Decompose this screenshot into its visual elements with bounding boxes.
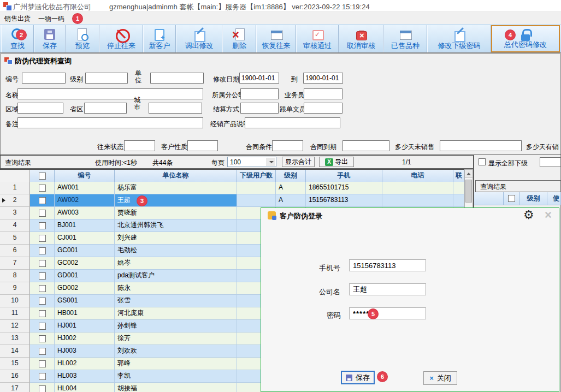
cell-check[interactable] xyxy=(30,332,55,345)
remark-input[interactable] xyxy=(17,117,203,128)
row-checkbox[interactable] xyxy=(39,185,46,192)
contact-status-input[interactable] xyxy=(124,140,155,151)
row-checkbox[interactable] xyxy=(39,235,46,242)
row-checkbox[interactable] xyxy=(39,360,46,367)
column-header-sub[interactable]: 下级用户数 xyxy=(237,170,276,182)
subpanel-col-level[interactable]: 级别 xyxy=(520,192,547,205)
settlement-input[interactable] xyxy=(240,103,279,114)
cell-check[interactable] xyxy=(30,370,55,383)
export-button[interactable]: 导出 xyxy=(319,157,354,167)
row-checkbox[interactable] xyxy=(39,373,46,380)
scrollbar-thumb[interactable] xyxy=(465,180,472,203)
cell-check[interactable] xyxy=(30,207,55,219)
row-checkbox[interactable] xyxy=(39,197,46,204)
modify-date-from-input[interactable] xyxy=(239,73,279,84)
level-input[interactable] xyxy=(85,73,128,84)
customer-type-input[interactable] xyxy=(187,140,218,151)
delete-button[interactable]: 删除 xyxy=(222,25,256,52)
city-input[interactable] xyxy=(149,103,202,114)
save-button[interactable]: 保存 xyxy=(341,371,375,384)
column-header-mobile[interactable]: 手机 xyxy=(306,170,382,182)
per-page-select[interactable]: 100 xyxy=(227,157,276,167)
show-total-button[interactable]: 显示合计 xyxy=(282,157,315,167)
sold-items-button[interactable]: 已售品种 xyxy=(383,25,427,52)
preview-button[interactable]: 预览 xyxy=(66,25,99,52)
password-input[interactable] xyxy=(349,307,426,319)
row-checkbox[interactable] xyxy=(39,222,46,229)
region-input[interactable] xyxy=(17,103,63,114)
row-checkbox[interactable] xyxy=(39,323,46,330)
cell-check[interactable] xyxy=(30,383,55,392)
phone-input[interactable] xyxy=(349,259,426,271)
stop-contact-button[interactable]: 停止往来 xyxy=(99,25,143,52)
column-header-ext[interactable]: 联 xyxy=(453,170,464,182)
row-checkbox[interactable] xyxy=(39,260,46,267)
modify-date-to-input[interactable] xyxy=(303,73,343,84)
subpanel-col-check[interactable] xyxy=(504,192,520,205)
gear-icon[interactable]: ⚙ xyxy=(523,208,534,222)
row-checkbox[interactable] xyxy=(39,210,46,217)
menu-item-one-item-one-code[interactable]: 一物一码 xyxy=(38,14,64,23)
close-button[interactable]: × 关闭 xyxy=(423,371,457,385)
cell-check[interactable] xyxy=(30,358,55,370)
column-header-name[interactable]: 单位名称 xyxy=(115,170,237,182)
scroll-up-icon[interactable] xyxy=(465,170,473,178)
row-checkbox[interactable] xyxy=(39,285,46,292)
cell-check[interactable] xyxy=(30,194,55,207)
cell-check[interactable] xyxy=(30,182,55,194)
show-all-sub-checkbox[interactable] xyxy=(479,158,486,165)
edit-record-button[interactable]: 调出修改 xyxy=(176,25,222,52)
column-header-level[interactable]: 级别 xyxy=(276,170,306,182)
restore-contact-button[interactable]: 恢复往来 xyxy=(256,25,296,52)
cell-check[interactable] xyxy=(30,345,55,358)
cell-check[interactable] xyxy=(30,270,55,282)
row-checkbox[interactable] xyxy=(39,335,46,342)
subpanel-select-all-checkbox[interactable] xyxy=(508,195,515,202)
show-all-sub-input[interactable] xyxy=(540,157,561,167)
order-clerk-input[interactable] xyxy=(304,103,342,114)
find-button[interactable]: 查找 xyxy=(1,25,34,52)
salesman-input[interactable] xyxy=(304,88,342,99)
cell-check[interactable] xyxy=(30,307,55,320)
cell-check[interactable] xyxy=(30,295,55,307)
cell-check[interactable] xyxy=(30,257,55,270)
cell-check[interactable] xyxy=(30,282,55,295)
row-checkbox[interactable] xyxy=(39,385,46,392)
column-header-check[interactable] xyxy=(30,170,55,182)
approve-audit-button[interactable]: 审核通过 xyxy=(296,25,339,52)
province-input[interactable] xyxy=(84,103,127,114)
save-button[interactable]: 保存 xyxy=(34,25,66,52)
chevron-down-icon[interactable] xyxy=(267,158,275,166)
unit-input[interactable] xyxy=(150,73,204,84)
subpanel-col-clipped[interactable]: 使 xyxy=(547,192,561,205)
menu-item-sales-shipment[interactable]: 销售出货 xyxy=(4,14,31,23)
contract-expiry-input[interactable] xyxy=(342,140,389,151)
select-all-checkbox[interactable] xyxy=(39,173,46,180)
product-desc-input[interactable] xyxy=(245,117,340,128)
row-checkbox[interactable] xyxy=(39,247,46,254)
company-input[interactable] xyxy=(349,283,426,295)
edit-sub-password-button[interactable]: 修改下级密码 xyxy=(427,25,491,52)
days-no-sale-input[interactable] xyxy=(440,140,522,151)
column-header-phone[interactable]: 电话 xyxy=(382,170,453,182)
table-row[interactable]: 1AW001杨乐富A18655101715 xyxy=(0,182,464,194)
close-icon[interactable]: × xyxy=(545,208,552,222)
row-checkbox[interactable] xyxy=(39,298,46,305)
row-checkbox[interactable] xyxy=(39,310,46,317)
code-input[interactable] xyxy=(22,73,66,84)
branch-input[interactable] xyxy=(240,88,279,99)
new-customer-button[interactable]: 新客户 xyxy=(143,25,176,52)
cell-check[interactable] xyxy=(30,219,55,232)
cell-check[interactable] xyxy=(30,320,55,332)
table-row[interactable]: 2AW002王超A15156783113 xyxy=(0,194,464,207)
contract-terms-input[interactable] xyxy=(272,140,303,151)
name-input[interactable] xyxy=(17,88,203,99)
cell-check[interactable] xyxy=(30,232,55,245)
cancel-audit-button[interactable]: 取消审核 xyxy=(339,25,383,52)
row-checkbox[interactable] xyxy=(39,348,46,355)
cell-check[interactable] xyxy=(30,245,55,257)
row-checkbox[interactable] xyxy=(39,272,46,280)
master-password-button[interactable]: 总代密码修改 xyxy=(491,25,560,52)
column-header-num[interactable] xyxy=(0,170,30,182)
column-header-code[interactable]: 编号 xyxy=(55,170,115,182)
